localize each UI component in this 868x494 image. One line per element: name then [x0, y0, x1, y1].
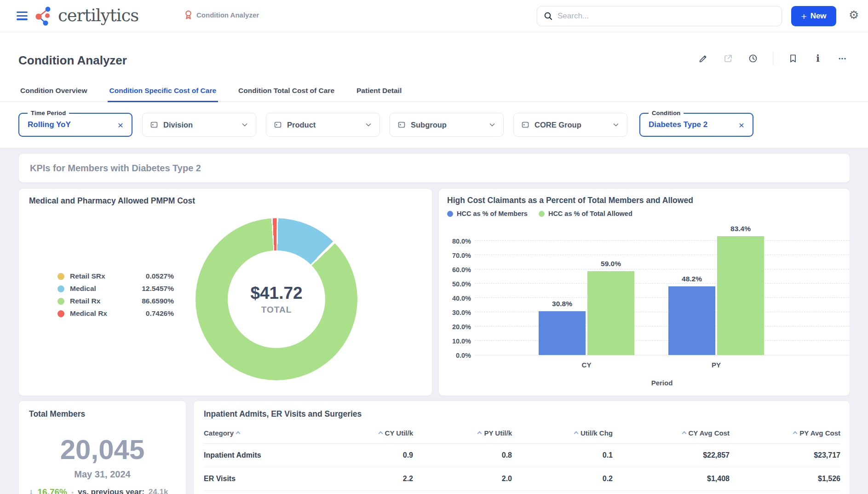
cell-utilk-chg: 0.1 [512, 444, 613, 467]
table-row[interactable]: Inpatient Admits 0.9 0.8 0.1 $22,857 $23… [204, 444, 840, 467]
filter-chip-subgroup[interactable]: Subgroup [390, 113, 504, 137]
filter-chip-time-period[interactable]: Time Period Rolling YoY × [18, 113, 132, 137]
y-axis-labels: 0.0% 10.0% 20.0% 30.0% 40.0% 50.0% 60.0%… [439, 227, 471, 355]
x-category-cy: CY [539, 361, 634, 369]
divider [773, 52, 773, 65]
column-header-py-avg-cost[interactable]: PY Avg Cost [730, 426, 840, 444]
arrow-down-icon: ↓ [29, 487, 34, 494]
share-external-link-icon[interactable] [723, 53, 733, 64]
kpi-banner-title: KPIs for Members with Diabetes Type 2 [30, 163, 201, 174]
legend-label[interactable]: Medical Rx [70, 309, 126, 318]
tab-condition-specific-cost-of-care[interactable]: Condition Specific Cost of Care [108, 86, 218, 102]
utilization-table-title: Inpatient Admits, ER Visits and Surgerie… [204, 409, 839, 419]
more-options-ellipsis-icon[interactable]: ••• [838, 53, 848, 64]
pmpm-card-title: Medical and Pharmacy Allowed PMPM Cost [29, 196, 195, 206]
comparison-label: vs. previous year: [78, 488, 144, 494]
legend-item-hcc-members[interactable]: HCC as % of Members [447, 210, 528, 217]
donut-total-label: TOTAL [261, 305, 292, 315]
cell-cy-avg-cost: $22,857 [613, 444, 730, 467]
bar-cy-members[interactable]: 30.8% [539, 311, 586, 355]
utilization-table-card: Inpatient Admits, ER Visits and Surgerie… [193, 401, 850, 494]
filter-bar: Time Period Rolling YoY × Division Produ… [18, 113, 753, 137]
filter-chip-product[interactable]: Product [266, 113, 380, 137]
filter-chip-label: CORE Group [535, 121, 581, 129]
column-header-py-utilk[interactable]: PY Util/k [413, 426, 512, 444]
y-tick: 50.0% [452, 280, 471, 288]
y-tick: 70.0% [452, 252, 471, 259]
legend-label[interactable]: Retail Rx [70, 297, 126, 305]
history-clock-icon[interactable] [748, 53, 758, 64]
certilytics-logo-mark [34, 5, 55, 27]
filter-chip-label: Time Period [28, 110, 69, 116]
sort-caret-icon [793, 431, 798, 436]
search-input[interactable] [558, 12, 775, 21]
y-tick: 0.0% [456, 352, 471, 359]
tag-icon [397, 121, 406, 129]
cell-cy-utilk: 0.9 [342, 444, 413, 467]
bar-cy-allowed[interactable]: 59.0% [587, 271, 634, 355]
bookmark-icon[interactable] [788, 53, 798, 64]
gridline [475, 255, 849, 255]
column-header-cy-utilk[interactable]: CY Util/k [342, 426, 413, 444]
info-icon[interactable]: i [813, 53, 823, 64]
legend-value: 0.7426% [132, 309, 174, 318]
bar-value-label: 59.0% [601, 260, 621, 268]
filter-chip-label: Subgroup [411, 121, 447, 129]
tab-condition-overview[interactable]: Condition Overview [18, 86, 89, 102]
close-icon[interactable]: × [118, 120, 123, 130]
hamburger-menu-icon[interactable] [17, 12, 28, 21]
sort-caret-icon [378, 431, 383, 436]
tag-icon [521, 121, 529, 129]
cell-category: Inpatient Admits [204, 444, 342, 467]
cell-cy-avg-cost: $1,408 [613, 467, 730, 491]
title-action-bar: i ••• [698, 52, 848, 65]
column-header-label: Category [204, 429, 234, 437]
legend-label[interactable]: Retail SRx [70, 272, 126, 280]
page-title: Condition Analyzer [18, 53, 127, 68]
legend-label: HCC as % of Total Allowed [548, 210, 632, 217]
column-header-utilk-chg[interactable]: Util/k Chg [512, 426, 613, 444]
gear-icon[interactable]: ⚙ [849, 9, 859, 21]
edit-pencil-icon[interactable] [698, 53, 708, 64]
legend-label[interactable]: Medical [70, 285, 126, 293]
cell-py-utilk: 0.8 [413, 444, 512, 467]
bar-py-allowed[interactable]: 83.4% [717, 236, 764, 355]
filter-chip-condition[interactable]: Condition Diabetes Type 2 × [639, 113, 753, 137]
tag-icon [274, 121, 282, 129]
search-box[interactable] [537, 6, 782, 26]
change-percent: 16.76% [38, 487, 67, 494]
bar-py-members[interactable]: 48.2% [668, 286, 715, 355]
pmpm-donut-chart[interactable]: $41.72 TOTAL [195, 218, 357, 380]
filter-chip-division[interactable]: Division [142, 113, 256, 137]
column-header-cy-avg-cost[interactable]: CY Avg Cost [613, 426, 730, 444]
y-tick: 10.0% [452, 337, 471, 345]
tab-patient-detail[interactable]: Patient Detail [355, 86, 403, 102]
legend-value: 86.6590% [132, 297, 174, 305]
tab-condition-total-cost-of-care[interactable]: Condition Total Cost of Care [236, 86, 336, 102]
new-button-label: New [811, 12, 827, 21]
legend-dot-retail-rx [57, 298, 64, 305]
new-button[interactable]: + New [791, 6, 836, 26]
y-tick: 40.0% [452, 295, 471, 302]
total-members-date: May 31, 2024 [29, 469, 176, 480]
chevron-down-icon [612, 121, 620, 128]
bar-plot-area: 30.8% 59.0% 48.2% 83.4% CY PY Period [475, 227, 849, 355]
cell-utilk-chg: 0.2 [512, 467, 613, 491]
total-members-comparison: ↓ 16.76% • vs. previous year: 24.1k [29, 487, 176, 494]
x-axis-title: Period [475, 379, 849, 387]
close-icon[interactable]: × [739, 120, 744, 130]
gridline [475, 340, 849, 341]
gridline [475, 269, 849, 269]
column-header-category[interactable]: Category [204, 426, 342, 444]
column-header-label: Util/k Chg [581, 429, 613, 437]
app-breadcrumb[interactable]: Condition Analyzer [184, 10, 259, 20]
utilization-table: Category CY Util/k PY Util/k Util/k Chg … [204, 426, 840, 491]
award-ribbon-icon [184, 10, 193, 20]
legend-item-hcc-allowed[interactable]: HCC as % of Total Allowed [539, 210, 632, 217]
cell-py-utilk: 2.0 [413, 467, 512, 491]
donut-center: $41.72 TOTAL [228, 250, 325, 348]
column-header-label: PY Avg Cost [799, 429, 840, 437]
table-row[interactable]: ER Visits 2.2 2.0 0.2 $1,408 $1,526 [204, 467, 840, 491]
brand-wordmark: certilytics [58, 6, 138, 25]
filter-chip-core-group[interactable]: CORE Group [513, 113, 627, 137]
